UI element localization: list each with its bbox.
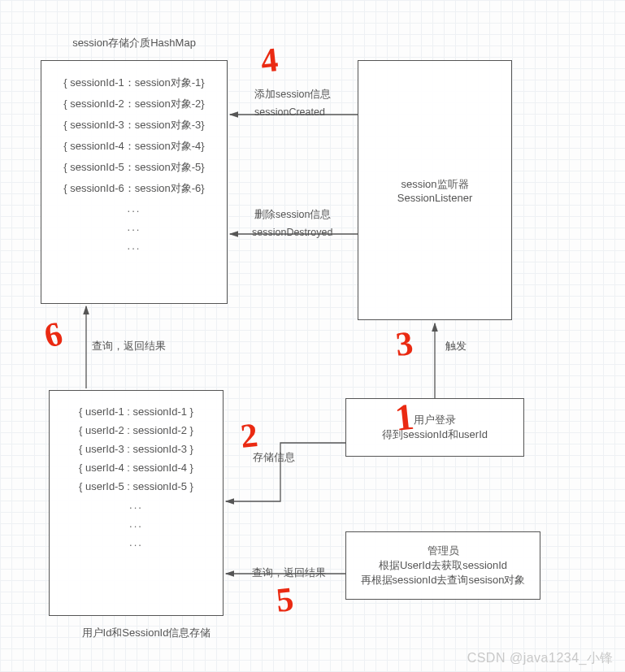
admin-line1: 管理员 bbox=[356, 544, 530, 558]
hashmap-row: { sessionId-6：session对象-6} bbox=[51, 181, 217, 196]
hashmap-row: { sessionId-5：session对象-5} bbox=[51, 160, 217, 175]
edge-query1: 查询，返回结果 bbox=[92, 340, 166, 353]
ellipsis: ... bbox=[59, 518, 213, 530]
annotation-3: 3 bbox=[394, 323, 415, 364]
useridmap-box: { userId-1 : sessionId-1 } { userId-2 : … bbox=[49, 390, 224, 616]
annotation-2: 2 bbox=[239, 415, 260, 456]
annotation-5: 5 bbox=[275, 579, 296, 620]
ellipsis: ... bbox=[59, 499, 213, 511]
listener-line1: session监听器 bbox=[368, 177, 501, 192]
edge-query2: 查询，返回结果 bbox=[252, 566, 326, 580]
ellipsis: ... bbox=[51, 202, 217, 215]
watermark: CSDN @java1234_小锋 bbox=[467, 650, 614, 667]
edge-session-created: sessionCreated bbox=[254, 106, 325, 118]
hashmap-box: { sessionId-1：session对象-1} { sessionId-2… bbox=[41, 60, 228, 304]
ellipsis: ... bbox=[51, 221, 217, 233]
admin-line2: 根据UserId去获取sessionId bbox=[356, 558, 530, 573]
useridmap-row: { userId-3 : sessionId-3 } bbox=[59, 443, 213, 455]
annotation-6: 6 bbox=[41, 314, 67, 356]
hashmap-row: { sessionId-4：session对象-4} bbox=[51, 139, 217, 154]
ellipsis: ... bbox=[51, 240, 217, 252]
listener-box: session监听器 SessionListener bbox=[358, 60, 512, 320]
useridmap-row: { userId-1 : sessionId-1 } bbox=[59, 405, 213, 418]
edge-add-session: 添加session信息 bbox=[254, 88, 331, 102]
edge-trigger: 触发 bbox=[445, 340, 467, 353]
annotation-4: 4 bbox=[259, 40, 280, 80]
hashmap-row: { sessionId-1：session对象-1} bbox=[51, 76, 217, 90]
login-box: 用户登录 得到sessionId和userId bbox=[345, 398, 524, 457]
useridmap-row: { userId-5 : sessionId-5 } bbox=[59, 480, 213, 492]
hashmap-row: { sessionId-3：session对象-3} bbox=[51, 118, 217, 132]
listener-line2: SessionListener bbox=[368, 192, 501, 204]
ellipsis: ... bbox=[59, 536, 213, 548]
edge-session-destroyed: sessionDestroyed bbox=[252, 227, 332, 238]
useridmap-title: 用户Id和SessionId信息存储 bbox=[73, 626, 219, 640]
login-line1: 用户登录 bbox=[356, 413, 514, 427]
admin-line3: 再根据sessionId去查询sesison对象 bbox=[356, 573, 530, 587]
admin-box: 管理员 根据UserId去获取sessionId 再根据sessionId去查询… bbox=[345, 531, 540, 600]
useridmap-row: { userId-2 : sessionId-2 } bbox=[59, 424, 213, 436]
login-line2: 得到sessionId和userId bbox=[356, 427, 514, 442]
useridmap-row: { userId-4 : sessionId-4 } bbox=[59, 462, 213, 474]
edge-del-session: 删除session信息 bbox=[254, 208, 331, 222]
hashmap-title: session存储介质HashMap bbox=[45, 36, 224, 50]
hashmap-row: { sessionId-2：session对象-2} bbox=[51, 97, 217, 111]
